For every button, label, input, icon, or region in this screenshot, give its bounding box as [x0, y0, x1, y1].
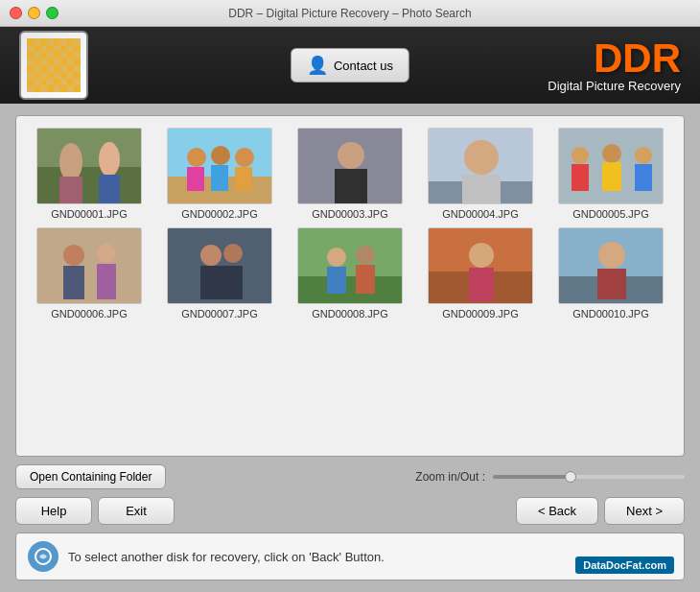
svg-point-41 — [200, 245, 222, 266]
svg-rect-27 — [462, 175, 501, 204]
status-icon — [28, 541, 58, 572]
zoom-slider[interactable] — [493, 475, 685, 479]
svg-point-29 — [572, 147, 589, 164]
svg-point-30 — [602, 144, 621, 163]
close-button[interactable] — [10, 7, 22, 19]
photo-item[interactable]: GND00003.JPG — [289, 128, 411, 220]
photo-item[interactable]: GND00001.JPG — [28, 128, 151, 220]
photo-thumbnail — [36, 128, 142, 204]
photo-thumbnail — [428, 128, 533, 204]
svg-point-8 — [59, 143, 82, 181]
svg-rect-17 — [187, 167, 204, 191]
svg-rect-10 — [59, 177, 82, 204]
status-message: To select another disk for recovery, cli… — [68, 550, 385, 564]
maximize-button[interactable] — [46, 7, 58, 19]
photo-thumbnail — [428, 227, 533, 304]
photo-thumbnail — [36, 227, 142, 304]
photo-filename: GND00005.JPG — [572, 208, 648, 220]
svg-rect-48 — [327, 267, 346, 294]
svg-rect-43 — [200, 266, 243, 299]
zoom-area: Zoom in/Out : — [415, 470, 685, 484]
window-title: DDR – Digital Picture Recovery – Photo S… — [228, 7, 471, 20]
svg-rect-38 — [63, 266, 84, 299]
svg-point-47 — [356, 246, 375, 265]
photo-grid-container[interactable]: GND00001.JPGGND00002.JPGGND00003.JPGGND0… — [15, 115, 685, 457]
contact-label: Contact us — [334, 59, 393, 73]
svg-point-37 — [97, 244, 116, 263]
photo-item[interactable]: GND00010.JPG — [549, 227, 672, 320]
svg-point-52 — [469, 243, 494, 268]
photo-filename: GND00007.JPG — [181, 308, 257, 320]
open-folder-button[interactable]: Open Containing Folder — [15, 464, 166, 489]
svg-rect-45 — [298, 276, 403, 304]
photo-item[interactable]: GND00002.JPG — [158, 128, 281, 220]
window-controls — [10, 7, 58, 19]
svg-point-22 — [338, 142, 364, 169]
zoom-label: Zoom in/Out : — [415, 470, 485, 484]
svg-rect-57 — [597, 269, 626, 299]
next-button[interactable]: Next > — [604, 497, 685, 525]
svg-rect-34 — [635, 164, 652, 191]
contact-button[interactable]: 👤 Contact us — [291, 48, 409, 83]
bottom-row: Help Exit < Back Next > — [15, 497, 685, 525]
svg-rect-23 — [335, 169, 367, 204]
svg-point-46 — [327, 248, 346, 267]
controls-row: Open Containing Folder Zoom in/Out : — [15, 464, 685, 489]
photo-filename: GND00004.JPG — [442, 208, 518, 220]
svg-rect-32 — [572, 164, 589, 191]
svg-point-25 — [464, 140, 499, 175]
left-buttons: Help Exit — [15, 497, 175, 525]
svg-point-42 — [223, 244, 243, 263]
back-button[interactable]: < Back — [516, 497, 598, 525]
photo-item[interactable]: GND00004.JPG — [419, 128, 542, 220]
photo-thumbnail — [558, 128, 664, 204]
photo-thumbnail — [297, 227, 403, 304]
svg-rect-39 — [97, 264, 116, 299]
photo-item[interactable]: GND00008.JPG — [289, 227, 411, 320]
photo-item[interactable]: GND00007.JPG — [158, 227, 281, 320]
photo-item[interactable]: GND00005.JPG — [549, 128, 672, 220]
svg-point-31 — [635, 147, 652, 164]
svg-rect-11 — [99, 175, 120, 204]
svg-rect-53 — [469, 268, 494, 301]
status-bar: To select another disk for recovery, cli… — [15, 533, 685, 580]
logo-box — [19, 31, 88, 100]
svg-point-9 — [99, 142, 120, 177]
photo-thumbnail — [558, 227, 664, 304]
svg-rect-7 — [37, 167, 142, 204]
svg-rect-19 — [235, 167, 252, 191]
logo-icon — [27, 38, 81, 92]
watermark: DataDocFat.com — [575, 556, 674, 574]
svg-rect-33 — [602, 162, 621, 191]
svg-rect-49 — [356, 265, 375, 294]
svg-rect-18 — [211, 165, 228, 191]
photo-filename: GND00009.JPG — [442, 308, 518, 320]
svg-rect-5 — [27, 38, 81, 92]
photo-item[interactable]: GND00006.JPG — [28, 227, 151, 320]
brand-ddr: DDR — [548, 38, 681, 79]
photo-filename: GND00001.JPG — [51, 208, 127, 220]
brand-subtitle: Digital Picture Recovery — [548, 79, 681, 93]
minimize-button[interactable] — [28, 7, 40, 19]
photo-thumbnail — [297, 128, 403, 204]
exit-button[interactable]: Exit — [98, 497, 175, 525]
photo-item[interactable]: GND00009.JPG — [419, 227, 542, 320]
photo-thumbnail — [167, 128, 272, 204]
photo-filename: GND00008.JPG — [312, 308, 387, 320]
svg-point-16 — [235, 148, 254, 167]
photo-grid: GND00001.JPGGND00002.JPGGND00003.JPGGND0… — [28, 128, 672, 320]
svg-point-36 — [63, 245, 84, 266]
nav-buttons: < Back Next > — [516, 497, 685, 525]
header: 👤 Contact us DDR Digital Picture Recover… — [0, 27, 700, 104]
svg-point-56 — [598, 242, 625, 269]
main-content: GND00001.JPGGND00002.JPGGND00003.JPGGND0… — [0, 104, 700, 592]
help-button[interactable]: Help — [15, 497, 92, 525]
photo-thumbnail — [167, 227, 272, 304]
svg-point-15 — [211, 146, 230, 165]
svg-rect-35 — [37, 228, 142, 304]
brand-area: DDR Digital Picture Recovery — [548, 38, 681, 93]
photo-filename: GND00010.JPG — [572, 308, 648, 320]
photo-filename: GND00003.JPG — [312, 208, 387, 220]
photo-filename: GND00006.JPG — [51, 308, 127, 320]
photo-filename: GND00002.JPG — [181, 208, 257, 220]
